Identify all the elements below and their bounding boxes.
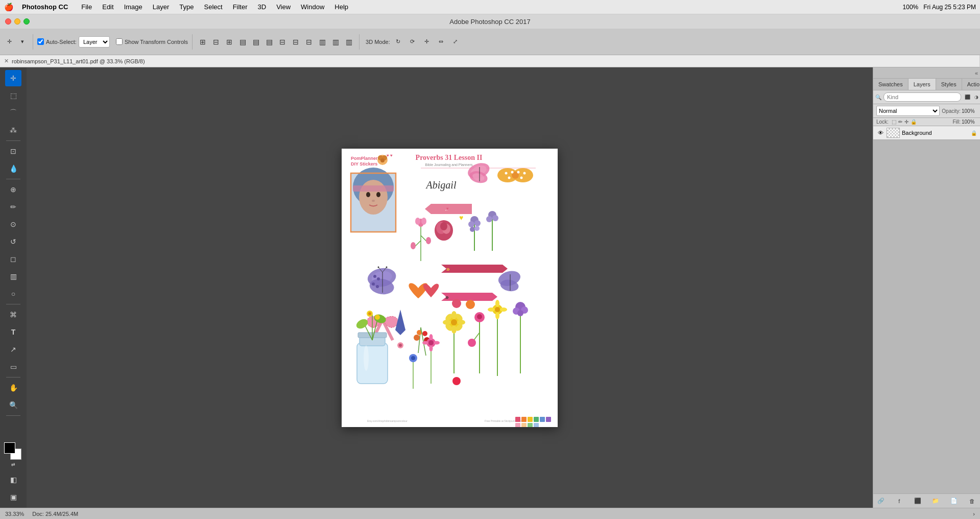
distribute-top[interactable]: ⊟ xyxy=(276,36,289,48)
tab-close-icon[interactable]: ✕ xyxy=(4,58,9,64)
svg-point-58 xyxy=(421,218,426,225)
hand-tool[interactable]: ✋ xyxy=(5,380,21,396)
roll-3d[interactable]: ⟳ xyxy=(407,36,419,48)
lock-transparent-icon[interactable]: ⬚ xyxy=(892,119,896,125)
type-tool[interactable]: T xyxy=(5,324,21,340)
svg-point-155 xyxy=(399,344,402,347)
menu-layer[interactable]: Layer xyxy=(148,2,175,12)
lock-position-icon[interactable]: ✛ xyxy=(904,119,909,125)
svg-point-6 xyxy=(380,158,385,162)
scale-3d[interactable]: ⤢ xyxy=(449,36,462,48)
pan-3d[interactable]: ✛ xyxy=(421,36,433,48)
pen-tool[interactable]: ⌘ xyxy=(5,306,21,323)
new-group-button[interactable]: 📁 xyxy=(931,497,940,506)
add-style-button[interactable]: f xyxy=(895,497,904,506)
tab-swatches[interactable]: Swatches xyxy=(873,79,909,90)
align-left[interactable]: ▤ xyxy=(236,36,249,48)
rectangle-tool[interactable]: ▭ xyxy=(5,359,21,375)
layer-visibility-toggle[interactable]: 👁 xyxy=(876,129,885,137)
quick-select-tool[interactable]: ⁂ xyxy=(5,122,21,138)
tool-sep-4 xyxy=(6,377,20,378)
filter-pixel-icon[interactable]: ⬛ xyxy=(963,93,971,101)
slide-3d[interactable]: ⇔ xyxy=(435,36,447,48)
toolbox: ✛ ⬚ ⌒ ⁂ ⊡ 💧 ⊕ ✏ ⊙ ↺ ◻ ▥ ○ ⌘ T ↗ ▭ ✋ 🔍 ⇄ … xyxy=(0,67,27,508)
align-top[interactable]: ⊞ xyxy=(197,36,209,48)
menu-filter[interactable]: Filter xyxy=(228,2,253,12)
rotate-3d[interactable]: ↻ xyxy=(392,36,404,48)
history-brush-tool[interactable]: ↺ xyxy=(5,233,21,250)
svg-point-29 xyxy=(505,172,508,174)
path-select-tool[interactable]: ↗ xyxy=(5,341,21,358)
distribute-left[interactable]: ▥ xyxy=(316,36,328,48)
maximize-button[interactable] xyxy=(23,18,30,25)
distribute-bottom[interactable]: ⊟ xyxy=(303,36,315,48)
link-layers-button[interactable]: 🔗 xyxy=(876,497,886,506)
svg-text:♥: ♥ xyxy=(459,214,463,222)
menu-help[interactable]: Help xyxy=(329,2,353,12)
menu-type[interactable]: Type xyxy=(174,2,199,12)
align-bottom[interactable]: ⊞ xyxy=(223,36,235,48)
svg-point-131 xyxy=(422,341,428,344)
document-tab-title: robinsampson_P31_L11_art01.pdf @ 33.3% (… xyxy=(12,58,145,64)
lock-all-icon[interactable]: 🔒 xyxy=(911,119,917,125)
foreground-color-swatch[interactable] xyxy=(4,442,15,454)
status-arrow[interactable]: › xyxy=(973,511,975,517)
move-tool-button[interactable]: ✛ xyxy=(3,36,15,48)
screen-mode-toggle[interactable]: ▣ xyxy=(5,489,21,505)
menu-view[interactable]: View xyxy=(271,2,296,12)
move-tool[interactable]: ✛ xyxy=(5,70,21,86)
lock-label: Lock: xyxy=(876,119,889,125)
distribute-vcenter[interactable]: ⊟ xyxy=(290,36,302,48)
lasso-tool[interactable]: ⌒ xyxy=(5,105,21,121)
menu-3d[interactable]: 3D xyxy=(253,2,272,12)
tab-layers[interactable]: Layers xyxy=(909,79,936,90)
zoom-tool[interactable]: 🔍 xyxy=(5,397,21,413)
filter-adjustment-icon[interactable]: ◑ xyxy=(972,93,980,101)
distribute-right[interactable]: ▥ xyxy=(343,36,355,48)
new-layer-button[interactable]: 📄 xyxy=(949,497,959,506)
panel-collapse-icon[interactable]: « xyxy=(975,70,978,76)
transform-controls-checkbox[interactable] xyxy=(116,38,123,45)
eraser-tool[interactable]: ◻ xyxy=(5,251,21,267)
autoselect-dropdown[interactable]: Layer Group xyxy=(79,36,110,48)
svg-point-67 xyxy=(377,277,380,280)
apple-logo[interactable]: 🍎 xyxy=(4,3,14,12)
menu-bar: 🍎 Photoshop CC File Edit Image Layer Typ… xyxy=(0,0,980,14)
autoselect-checkbox[interactable] xyxy=(37,38,44,45)
brush-tool[interactable]: ✏ xyxy=(5,199,21,215)
minimize-button[interactable] xyxy=(14,18,20,25)
menu-edit[interactable]: Edit xyxy=(97,2,118,12)
swap-colors-icon[interactable]: ⇄ xyxy=(11,462,15,467)
eyedropper-tool[interactable]: 💧 xyxy=(5,160,21,177)
canvas-area[interactable]: PomPlanner DIY Stickers ♥ ♥ Proverbs 31 … xyxy=(27,67,873,508)
tab-styles[interactable]: Styles xyxy=(936,79,962,90)
crop-tool[interactable]: ⊡ xyxy=(5,143,21,159)
svg-text:Abigail: Abigail xyxy=(425,179,457,191)
quick-mask-toggle[interactable]: ◧ xyxy=(5,471,21,488)
align-right[interactable]: ▤ xyxy=(263,36,275,48)
layer-item[interactable]: 👁 Background 🔒 xyxy=(873,126,980,140)
marquee-tool[interactable]: ⬚ xyxy=(5,87,21,104)
layers-panel: 🔍 ⬛ ◑ T ▭ ⊙ Normal Multiply Screen Overl… xyxy=(873,90,980,508)
svg-point-130 xyxy=(429,345,433,351)
distribute-hcenter[interactable]: ▥ xyxy=(329,36,342,48)
move-tool-arrow[interactable]: ▾ xyxy=(16,36,29,48)
close-button[interactable] xyxy=(5,18,11,25)
layers-search-input[interactable] xyxy=(883,92,961,102)
menu-window[interactable]: Window xyxy=(296,2,329,12)
menu-select[interactable]: Select xyxy=(199,2,227,12)
blend-mode-dropdown[interactable]: Normal Multiply Screen Overlay xyxy=(876,106,940,116)
tab-actions[interactable]: Actions xyxy=(962,79,980,90)
lock-image-icon[interactable]: ✏ xyxy=(898,119,902,125)
menu-image[interactable]: Image xyxy=(119,2,148,12)
clone-tool[interactable]: ⊙ xyxy=(5,216,21,232)
dodge-tool[interactable]: ○ xyxy=(5,286,21,302)
add-mask-button[interactable]: ⬛ xyxy=(913,497,922,506)
menu-file[interactable]: File xyxy=(76,2,97,12)
gradient-tool[interactable]: ▥ xyxy=(5,268,21,285)
delete-layer-button[interactable]: 🗑 xyxy=(968,497,977,506)
align-hcenter[interactable]: ▤ xyxy=(250,36,262,48)
align-vcenter[interactable]: ⊟ xyxy=(210,36,222,48)
svg-point-135 xyxy=(411,356,415,360)
healing-tool[interactable]: ⊕ xyxy=(5,181,21,198)
